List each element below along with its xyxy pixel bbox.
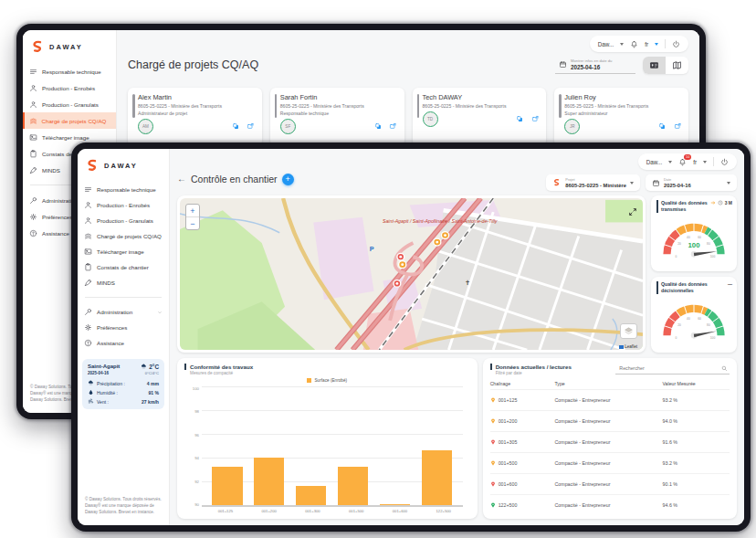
zoom-in-button[interactable]: + bbox=[186, 205, 199, 217]
share-button[interactable] bbox=[674, 122, 682, 131]
image-icon bbox=[29, 133, 37, 142]
sidebar-item-responsable-technique[interactable]: Responsable technique bbox=[23, 63, 116, 79]
svg-text:0: 0 bbox=[675, 254, 677, 258]
power-icon bbox=[672, 40, 680, 48]
copy-button[interactable] bbox=[658, 122, 667, 131]
search-icon bbox=[721, 365, 728, 372]
sidebar-item-production-granulats[interactable]: Production - Granulats bbox=[78, 213, 169, 228]
svg-text:40: 40 bbox=[687, 316, 690, 320]
map-attribution[interactable]: Leaflet bbox=[619, 344, 637, 349]
notifications-button[interactable] bbox=[630, 40, 638, 48]
chevron-down-icon bbox=[157, 310, 163, 315]
expand-icon bbox=[628, 207, 637, 216]
sidebar-item-responsable-technique[interactable]: Responsable technique bbox=[78, 182, 169, 197]
card-view-button[interactable] bbox=[643, 57, 666, 74]
notifications-button[interactable]: 10 bbox=[678, 158, 687, 166]
gauge-column: Qualité des données transmises 3 M bbox=[651, 195, 737, 353]
conformity-chart-card: Conformité des travaux Mesures de compac… bbox=[177, 358, 478, 519]
weather-row: Précipitation :4 mm bbox=[88, 380, 159, 386]
readings-table-card: Données actuelles / lectures Filtré par … bbox=[483, 358, 737, 519]
project-selector[interactable]: Projet8605-25-0225 - Ministère bbox=[546, 174, 640, 191]
logout-button[interactable] bbox=[672, 40, 680, 48]
weather-location: Saint-Agapit bbox=[88, 364, 120, 369]
sidebar-item-minds[interactable]: MINDS bbox=[78, 275, 169, 290]
sidebar-item-production-granulats[interactable]: Production - Granulats bbox=[23, 96, 116, 112]
table-row[interactable]: 001+500Compacité - Entrepreneur93.2 % bbox=[490, 452, 730, 473]
clipboard-icon bbox=[29, 150, 37, 158]
search-input[interactable] bbox=[617, 364, 721, 372]
leaflet-flag-icon bbox=[619, 345, 624, 349]
user-menu[interactable]: Daw... bbox=[598, 41, 614, 47]
language-selector[interactable]: fr bbox=[645, 41, 648, 47]
sidebar-item-telecharger-image[interactable]: Télécharger image bbox=[78, 244, 169, 259]
copy-button[interactable] bbox=[232, 122, 240, 131]
chart-bar bbox=[422, 450, 452, 505]
user-card[interactable]: Tech DAWAY 8605-25-0225 - Ministère des … bbox=[413, 88, 547, 146]
weather-widget: Saint-Agapit 2025-04-16 2°C 0°C/4°C Préc… bbox=[82, 359, 164, 409]
table-row[interactable]: 122+500Compacité - Entrepreneur94.6 % bbox=[490, 494, 730, 515]
copy-icon bbox=[374, 122, 383, 131]
chart-bar bbox=[254, 458, 284, 505]
sidebar-item-charge-de-projets[interactable]: Chargé de projets CQ/AQ bbox=[23, 112, 116, 129]
table-row[interactable]: 001+200Compacité - Entrepreneur94.0 % bbox=[490, 410, 730, 431]
svg-text:20: 20 bbox=[677, 323, 681, 327]
pin-icon bbox=[490, 459, 496, 467]
share-icon bbox=[531, 115, 540, 123]
chart-bar bbox=[296, 486, 326, 505]
map-view-button[interactable] bbox=[666, 57, 688, 74]
pin-icon bbox=[490, 480, 496, 488]
copy-button[interactable] bbox=[374, 122, 383, 131]
daway-s-icon bbox=[30, 39, 46, 55]
sidebar-item-charge-de-projets[interactable]: Chargé de projets CQ/AQ bbox=[78, 228, 169, 244]
parking-icon: P bbox=[370, 246, 374, 254]
zoom-out-button[interactable]: − bbox=[186, 217, 199, 229]
weather-row: Vent :27 km/h bbox=[88, 398, 159, 405]
person-icon bbox=[84, 201, 92, 209]
rain-cloud-icon bbox=[141, 364, 147, 370]
gear-icon bbox=[29, 213, 37, 221]
user-card[interactable]: Alex Martin 8605-25-0225 - Ministère des… bbox=[128, 88, 262, 146]
map-canvas[interactable]: Saint-Agapit / Saint-Apollinaire / Saint… bbox=[180, 198, 643, 350]
account-pill: Daw... 10 fr bbox=[638, 153, 737, 170]
gear-icon bbox=[84, 323, 92, 332]
logout-button[interactable] bbox=[720, 158, 729, 166]
table-row[interactable]: 001+305Compacité - Entrepreneur91.6 % bbox=[490, 431, 730, 452]
table-row[interactable]: 001+125Compacité - Entrepreneur93.2 % bbox=[490, 389, 730, 410]
share-icon bbox=[247, 122, 255, 131]
user-card[interactable]: Julien Roy 8605-25-0225 - Ministère des … bbox=[554, 88, 688, 146]
help-icon bbox=[29, 229, 37, 237]
copy-icon bbox=[658, 122, 667, 131]
share-button[interactable] bbox=[531, 115, 540, 123]
gauge-title: Qualité des données décisionnelles bbox=[656, 281, 714, 294]
sidebar-item-constats-de-chantier[interactable]: Constats de chantier bbox=[78, 259, 169, 275]
chevron-down-icon bbox=[668, 161, 672, 164]
chart-subtitle: Mesures de compacité bbox=[184, 371, 470, 375]
view-toggle bbox=[643, 57, 688, 74]
user-card[interactable]: Sarah Fortin 8605-25-0225 - Ministère de… bbox=[270, 88, 404, 146]
layers-stack-icon bbox=[624, 326, 634, 336]
map-expand-button[interactable] bbox=[628, 204, 637, 220]
chevron-down-icon bbox=[630, 182, 634, 185]
date-selector[interactable]: Date2025-04-16 bbox=[646, 174, 737, 191]
pin-icon bbox=[490, 396, 496, 404]
sidebar-item-administration[interactable]: Administration bbox=[78, 304, 169, 320]
back-button[interactable]: ← bbox=[177, 174, 186, 184]
copy-button[interactable] bbox=[516, 115, 524, 123]
language-selector[interactable]: fr bbox=[693, 159, 697, 165]
share-button[interactable] bbox=[389, 122, 397, 131]
sidebar-item-production-enrobes[interactable]: Production - Enrobés bbox=[23, 79, 116, 96]
water-drop-icon bbox=[88, 389, 94, 396]
sidebar-item-preferences[interactable]: Préférences bbox=[78, 320, 169, 335]
table-row[interactable]: 001+600Compacité - Entrepreneur90.1 % bbox=[490, 473, 730, 494]
add-button[interactable]: + bbox=[282, 174, 294, 185]
daway-wordmark: DAWAY bbox=[104, 162, 138, 170]
date-filter-field[interactable]: Montrer infos en date du2025-04-16 bbox=[555, 57, 635, 74]
sidebar-item-assistance[interactable]: Assistance bbox=[78, 335, 169, 351]
map-layers-button[interactable] bbox=[620, 323, 637, 339]
calendar-icon bbox=[652, 179, 660, 187]
sidebar-item-production-enrobes[interactable]: Production - Enrobés bbox=[78, 197, 169, 213]
share-button[interactable] bbox=[247, 122, 255, 131]
svg-text:0: 0 bbox=[675, 335, 677, 339]
page-title: Chargé de projets CQ/AQ bbox=[128, 58, 258, 71]
user-menu[interactable]: Daw... bbox=[646, 159, 663, 165]
